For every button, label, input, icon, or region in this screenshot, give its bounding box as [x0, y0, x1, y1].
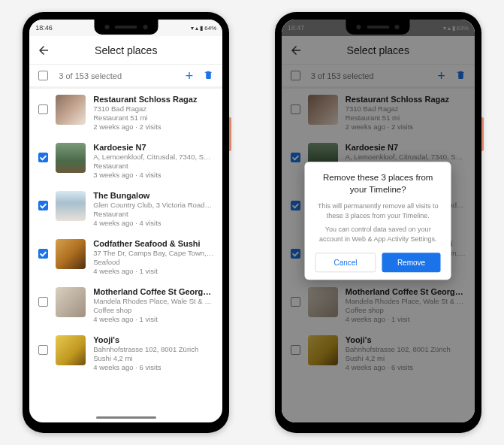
place-name: Kardoesie N7 [93, 143, 213, 152]
place-address: A, Lemoenkloof, Citrusdal, 7340, Sout… [93, 153, 213, 161]
place-name: Motherland Coffee St Georges… [93, 287, 213, 296]
place-thumbnail [56, 239, 86, 269]
list-item[interactable]: Codfather Seafood & Sushi37 The Dr, Camp… [37, 233, 215, 281]
dialog-body-1: This will permanently remove all visits … [315, 201, 441, 220]
place-address: Mandela Rhodes Place, Wale St & St G… [93, 297, 213, 305]
status-time: 18:46 [35, 24, 53, 32]
places-list[interactable]: Restaurant Schloss Ragaz7310 Bad RagazRe… [29, 89, 222, 422]
battery-text: 64% [204, 25, 216, 32]
place-meta: 4 weeks ago · 1 visit [93, 315, 213, 323]
place-info: Restaurant Schloss Ragaz7310 Bad RagazRe… [93, 95, 213, 131]
place-type: Coffee shop [93, 306, 213, 314]
screen-left: 18:46 ▾ ▴ ▮ 64% Select places 3 of 153 s… [29, 20, 222, 422]
home-indicator [96, 416, 156, 419]
item-checkbox[interactable] [38, 153, 48, 162]
list-item[interactable]: Restaurant Schloss Ragaz7310 Bad RagazRe… [37, 89, 215, 137]
place-address: Glen Country Club, 3 Victoria Road, Cli… [93, 201, 213, 209]
place-type: Seafood [93, 258, 213, 266]
page-title: Select places [37, 44, 215, 56]
item-checkbox[interactable] [38, 104, 48, 114]
cancel-button[interactable]: Cancel [315, 253, 376, 273]
add-icon[interactable]: + [186, 69, 194, 83]
remove-button[interactable]: Remove [382, 253, 441, 273]
place-address: 37 The Dr, Camps Bay, Cape Town, 80… [93, 249, 213, 257]
place-address: Bahnhofstrasse 102, 8001 Zürich [93, 345, 213, 353]
place-meta: 4 weeks ago · 6 visits [93, 363, 213, 371]
item-checkbox[interactable] [38, 249, 48, 259]
list-item[interactable]: The BungalowGlen Country Club, 3 Victori… [37, 185, 215, 233]
list-item[interactable]: Kardoesie N7A, Lemoenkloof, Citrusdal, 7… [37, 137, 215, 185]
wifi-icon: ▾ [191, 25, 194, 32]
dialog-actions: Cancel Remove [315, 253, 441, 273]
place-meta: 2 weeks ago · 2 visits [93, 123, 213, 131]
select-all-checkbox[interactable] [38, 71, 48, 80]
place-type: Restaurant [93, 210, 213, 218]
place-name: The Bungalow [93, 191, 213, 200]
phone-right: 18:47 ▾ ▴ ▮ 63% Select places 3 of 153 s… [275, 12, 481, 433]
item-checkbox[interactable] [38, 201, 48, 210]
place-meta: 4 weeks ago · 4 visits [93, 219, 213, 227]
place-address: 7310 Bad Ragaz [93, 104, 213, 113]
selection-count: 3 of 153 selected [59, 71, 185, 80]
phone-left: 18:46 ▾ ▴ ▮ 64% Select places 3 of 153 s… [23, 12, 229, 433]
place-type: Restaurant 51 mi [93, 114, 213, 122]
place-thumbnail [56, 95, 86, 125]
place-info: Kardoesie N7A, Lemoenkloof, Citrusdal, 7… [93, 143, 213, 179]
place-name: Restaurant Schloss Ragaz [93, 95, 213, 104]
dialog-body-2: You can control data saved on your accou… [315, 226, 441, 244]
notch [346, 20, 410, 35]
screen-right: 18:47 ▾ ▴ ▮ 63% Select places 3 of 153 s… [282, 20, 475, 422]
list-item[interactable]: Motherland Coffee St Georges…Mandela Rho… [37, 281, 215, 329]
place-meta: 4 weeks ago · 1 visit [93, 267, 213, 275]
place-info: The BungalowGlen Country Club, 3 Victori… [93, 191, 213, 227]
delete-icon[interactable] [204, 70, 213, 81]
place-thumbnail [56, 143, 86, 173]
place-thumbnail [56, 287, 86, 317]
item-checkbox[interactable] [38, 297, 48, 307]
place-info: Codfather Seafood & Sushi37 The Dr, Camp… [93, 239, 213, 275]
signal-icon: ▴ [195, 25, 198, 32]
place-info: Yooji'sBahnhofstrasse 102, 8001 ZürichSu… [93, 335, 213, 371]
place-thumbnail [56, 335, 86, 365]
notch [94, 20, 158, 35]
battery-icon: ▮ [200, 25, 203, 32]
dialog-title: Remove these 3 places from your Timeline… [315, 172, 441, 195]
selection-bar: 3 of 153 selected + [29, 65, 222, 89]
remove-dialog: Remove these 3 places from your Timeline… [305, 162, 451, 280]
place-type: Restaurant [93, 162, 213, 170]
place-name: Yooji's [93, 335, 213, 344]
list-item[interactable]: Yooji'sBahnhofstrasse 102, 8001 ZürichSu… [37, 329, 215, 377]
place-name: Codfather Seafood & Sushi [93, 239, 213, 248]
place-type: Sushi 4,2 mi [93, 354, 213, 362]
item-checkbox[interactable] [38, 345, 48, 355]
status-right: ▾ ▴ ▮ 64% [191, 25, 216, 32]
place-info: Motherland Coffee St Georges…Mandela Rho… [93, 287, 213, 323]
app-bar: Select places [29, 36, 222, 65]
place-meta: 3 weeks ago · 4 visits [93, 171, 213, 179]
place-thumbnail [56, 191, 86, 221]
